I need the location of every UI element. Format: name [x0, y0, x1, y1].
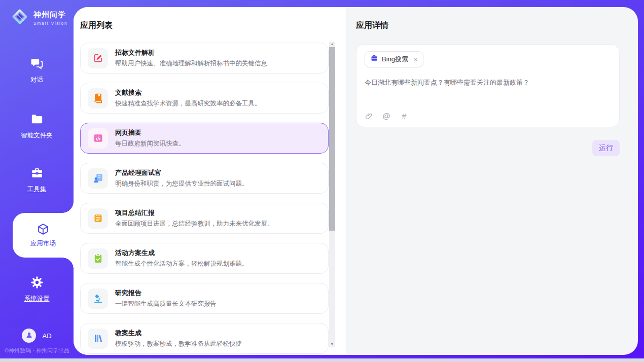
app-detail-title: 应用详情: [356, 20, 620, 31]
book-icon: [93, 93, 103, 103]
app-card-title: 网页摘要: [115, 128, 185, 137]
app-card[interactable]: 招标文件解析 帮助用户快速、准确地理解和解析招标书中的关键信息: [80, 43, 329, 74]
tool-tag-bing[interactable]: Bing搜索 ×: [365, 51, 423, 67]
app-card-description: 全面回顾项目进展，总结经验教训，助力未来优化发展。: [115, 220, 274, 228]
sidebar-item-folder[interactable]: 智能文件夹: [0, 113, 74, 140]
run-row: 运行: [356, 140, 620, 156]
prompt-text[interactable]: 今日湖北有哪些新闻要点？有哪些需要关注的最新政策？: [365, 78, 611, 87]
app-card-description: 智能生成个性化活动方案，轻松解决规划难题。: [115, 260, 248, 268]
input-toolbar: @#: [365, 112, 611, 121]
paperclip-icon[interactable]: [365, 112, 373, 121]
app-card[interactable]: 研究报告 一键智能生成高质量长文本研究报告: [80, 283, 329, 314]
app-card[interactable]: 教案生成 模板驱动，教案秒成，教学准备从此轻松快捷: [80, 323, 329, 354]
app-card-description: 帮助用户快速、准确地理解和解析招标书中的关键信息: [115, 59, 267, 68]
app-list: 招标文件解析 帮助用户快速、准确地理解和解析招标书中的关键信息 文献搜索 快速精…: [80, 43, 329, 355]
browser-code-icon: [93, 133, 103, 143]
scroll-up-icon[interactable]: ▲: [329, 42, 335, 47]
content-surface: 应用列表 招标文件解析 帮助用户快速、准确地理解和解析招标书中的关键信息 文献搜…: [74, 7, 638, 355]
app-list-panel: 应用列表 招标文件解析 帮助用户快速、准确地理解和解析招标书中的关键信息 文献搜…: [74, 7, 346, 355]
app-card[interactable]: 项目总结汇报 全面回顾项目进展，总结经验教训，助力未来优化发展。: [80, 203, 329, 234]
copyright: ©神州数码 · 神州问学出品: [5, 347, 69, 354]
sidebar-item-chat[interactable]: 对话: [0, 57, 74, 84]
clipboard-check-icon: [93, 253, 103, 264]
cube-icon: [37, 223, 50, 236]
app-card-description: 模板驱动，教案秒成，教学准备从此轻松快捷: [115, 340, 242, 348]
user-row[interactable]: AD: [0, 329, 74, 343]
app-card-title: 活动方案生成: [115, 248, 248, 258]
user-avatar-icon: [25, 331, 33, 341]
app-card-title: 招标文件解析: [115, 48, 267, 57]
app-card-description: 快速精准查找学术资源，提高研究效率的必备工具。: [115, 99, 261, 108]
app-background: 神州问学 Smart Vision 对话 智能文件夹 工具集 应用市场 系统设置…: [0, 0, 644, 358]
app-card-title: 项目总结汇报: [115, 208, 274, 218]
page-bottom-edge: [0, 358, 644, 362]
tool-tag-label: Bing搜索: [382, 55, 408, 64]
brand-tagline: Smart Vision: [33, 21, 67, 26]
toolbox-icon: [30, 166, 44, 179]
brand-logo: 神州问学 Smart Vision: [10, 7, 67, 28]
app-card-title: 研究报告: [115, 288, 217, 298]
memo-icon: [93, 213, 103, 224]
briefcase-icon: [370, 54, 378, 64]
gear-icon: [30, 276, 44, 289]
scroll-down-icon[interactable]: ▼: [329, 342, 335, 347]
app-detail-panel: 应用详情 Bing搜索 × 今日湖北有哪些新闻要点？有哪些需要关注的最新政策？ …: [346, 7, 638, 355]
interviewer-icon: [93, 173, 103, 184]
prompt-input-card[interactable]: Bing搜索 × 今日湖北有哪些新闻要点？有哪些需要关注的最新政策？ @#: [356, 44, 620, 127]
scrollbar-thumb[interactable]: [329, 47, 335, 231]
app-card-title: 产品经理面试官: [115, 168, 248, 177]
app-card-description: 每日政府新闻资讯快查。: [115, 139, 185, 148]
app-card-description: 一键智能生成高质量长文本研究报告: [115, 300, 217, 308]
microscope-icon: [93, 293, 103, 304]
hash-icon[interactable]: #: [400, 112, 408, 121]
app-card[interactable]: 产品经理面试官 明确身份和职责，为您提供专业性的面试问题。: [80, 163, 329, 194]
app-list-title: 应用列表: [80, 20, 113, 31]
app-card[interactable]: 活动方案生成 智能生成个性化活动方案，轻松解决规划难题。: [80, 243, 329, 274]
app-card[interactable]: 网页摘要 每日政府新闻资讯快查。: [80, 123, 329, 154]
pen-square-icon: [93, 53, 103, 63]
sidebar-item-cube[interactable]: 应用市场: [13, 213, 74, 258]
app-card-title: 教案生成: [115, 329, 242, 338]
run-button[interactable]: 运行: [592, 140, 620, 156]
avatar[interactable]: [22, 329, 36, 343]
app-card[interactable]: 文献搜索 快速精准查找学术资源，提高研究效率的必备工具。: [80, 83, 329, 114]
user-name: AD: [42, 332, 51, 340]
sidebar: 神州问学 Smart Vision 对话 智能文件夹 工具集 应用市场 系统设置…: [0, 0, 74, 358]
app-card-description: 明确身份和职责，为您提供专业性的面试问题。: [115, 179, 248, 188]
scrollbar[interactable]: ▲ ▼: [329, 42, 335, 347]
sidebar-item-gear[interactable]: 系统设置: [0, 276, 74, 303]
folder-icon: [30, 113, 44, 126]
chat-icon: [30, 57, 44, 70]
sidebar-item-toolbox[interactable]: 工具集: [0, 166, 74, 194]
books-icon: [93, 333, 103, 344]
brand-name: 神州问学: [33, 10, 67, 20]
close-icon[interactable]: ×: [414, 56, 418, 63]
at-icon[interactable]: @: [382, 112, 390, 121]
gem-diamond-icon: [10, 7, 29, 28]
app-card-title: 文献搜索: [115, 88, 261, 97]
